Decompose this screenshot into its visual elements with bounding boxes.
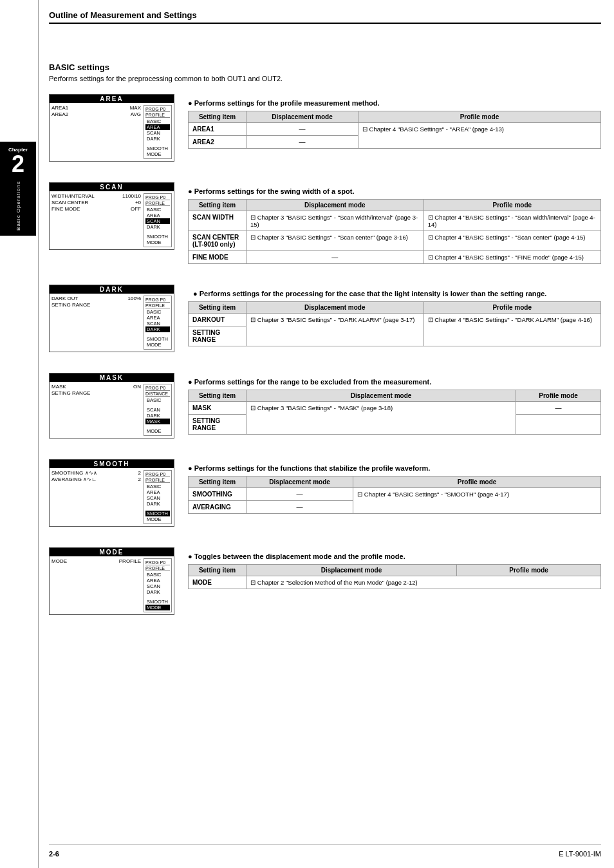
- row-displacement: —: [247, 136, 358, 149]
- mask-panel-title: MASK: [50, 373, 174, 382]
- row-profile: ⊡ Chapter 4 "BASIC Settings" - "Scan wid…: [423, 211, 600, 231]
- row-item: DARKOUT: [189, 314, 247, 326]
- row-displacement: —: [247, 123, 358, 136]
- smooth-panel-col: SMOOTH SMOOTHING ∧∿∧2 AVERAGING ∧∿∟2 PRO…: [49, 459, 178, 537]
- area-panel-title: AREA: [50, 95, 174, 103]
- col-setting: Setting item: [189, 390, 247, 402]
- dark-table-header: Performs settings for the processing for…: [188, 290, 601, 297]
- scan-table-header: Performs settings for the swing width of…: [188, 187, 601, 195]
- col-displacement: Displacement mode: [247, 200, 424, 211]
- doc-number: E LT-9001-IM: [559, 850, 601, 858]
- main-content: Outline of Measurement and Settings BASI…: [39, 0, 614, 868]
- mode-panel-menu: PROG P0 PROFILE BASIC AREA SCAN DARK SMO…: [144, 558, 172, 612]
- dark-panel-title: DARK: [50, 285, 174, 294]
- mask-panel-menu: PROG P0 DISTANCE BASIC SCAN DARK MASK MO…: [144, 384, 172, 436]
- scan-panel-menu: PROG P0 PROFILE BASIC AREA SCAN DARK SMO…: [144, 193, 172, 247]
- col-displacement: Displacement mode: [247, 565, 457, 576]
- row-item: SETTING RANGE: [189, 415, 247, 435]
- table-row: AREA1 — ⊡ Chapter 4 "BASIC Settings" - "…: [189, 123, 601, 136]
- scan-section: SCAN WIDTH/INTERVAL1100/10 SCAN CENTER+0…: [49, 182, 601, 274]
- row-profile: ⊡ Chapter 4 "BASIC Settings" - "SMOOTH" …: [353, 488, 601, 514]
- row-displacement: ⊡ Chapter 3 "BASIC Settings" - "DARK ALA…: [247, 314, 424, 346]
- area-section: AREA AREA1MAX AREA2AVG PROG P0 PROFILE B…: [49, 94, 601, 172]
- scan-panel-title: SCAN: [50, 183, 174, 191]
- col-profile: Profile mode: [358, 111, 600, 123]
- mask-panel: MASK MASKON SETING RANGE PROG P0 DISTANC…: [49, 373, 174, 439]
- row-item: FINE MODE: [189, 251, 247, 264]
- row-displacement: —: [247, 501, 353, 514]
- col-displacement: Displacement mode: [247, 302, 424, 314]
- scan-table: Setting item Displacement mode Profile m…: [188, 199, 601, 264]
- mode-table-col: Toggles between the displacement mode an…: [188, 547, 601, 599]
- page-number: 2-6: [49, 850, 59, 858]
- row-item: SCAN CENTER (LT-9010 only): [189, 231, 247, 251]
- page-footer: 2-6 E LT-9001-IM: [49, 844, 601, 858]
- row-displacement: ⊡ Chapter 3 "BASIC Settings" - "Scan cen…: [247, 231, 424, 251]
- area-panel-left: AREA1MAX AREA2AVG: [51, 105, 141, 159]
- row-profile: ⊡ Chapter 4 "BASIC Settings" - "Scan cen…: [423, 231, 600, 251]
- row-profile: ⊡ Chapter 4 "BASIC Settings" - "DARK ALA…: [423, 314, 601, 346]
- col-setting: Setting item: [189, 111, 247, 123]
- dark-table-col: Performs settings for the processing for…: [188, 285, 601, 357]
- smooth-table-col: Performs settings for the functions that…: [188, 459, 601, 524]
- scan-panel: SCAN WIDTH/INTERVAL1100/10 SCAN CENTER+0…: [49, 182, 174, 250]
- row-profile: —: [516, 402, 601, 415]
- table-row: SMOOTHING — ⊡ Chapter 4 "BASIC Settings"…: [189, 488, 601, 501]
- row-displacement: —: [247, 488, 353, 501]
- col-displacement: Displacement mode: [247, 476, 353, 488]
- col-displacement: Displacement mode: [247, 390, 516, 402]
- smooth-panel-title: SMOOTH: [50, 460, 174, 468]
- col-setting: Setting item: [189, 200, 247, 211]
- table-row: SCAN WIDTH ⊡ Chapter 3 "BASIC Settings" …: [189, 211, 601, 231]
- mode-panel: MODE MODEPROFILE PROG P0 PROFILE BASIC A…: [49, 547, 174, 615]
- table-row: FINE MODE — ⊡ Chapter 4 "BASIC Settings"…: [189, 251, 601, 264]
- row-item: SMOOTHING: [189, 488, 247, 501]
- col-setting: Setting item: [189, 476, 247, 488]
- area-table-header: Performs settings for the profile measur…: [188, 99, 601, 107]
- row-item: SCAN WIDTH: [189, 211, 247, 231]
- row-profile: [516, 415, 601, 435]
- smooth-panel-left: SMOOTHING ∧∿∧2 AVERAGING ∧∿∟2: [51, 470, 141, 524]
- row-item: SETTING RANGE: [189, 326, 247, 346]
- mode-section: MODE MODEPROFILE PROG P0 PROFILE BASIC A…: [49, 547, 601, 625]
- row-displacement: ⊡ Chapter 3 "BASIC Settings" - "Scan wid…: [247, 211, 424, 231]
- col-profile: Profile mode: [353, 476, 601, 488]
- table-row: DARKOUT ⊡ Chapter 3 "BASIC Settings" - "…: [189, 314, 601, 326]
- smooth-table-header: Performs settings for the functions that…: [188, 464, 601, 472]
- mask-section: MASK MASKON SETING RANGE PROG P0 DISTANC…: [49, 373, 601, 449]
- chapter-text: Basic Operations: [15, 181, 21, 231]
- dark-section: DARK DARK OUT100% SETING RANGE PROG P0 P…: [49, 285, 601, 363]
- row-item: AREA1: [189, 123, 247, 136]
- dark-table: Setting item Displacement mode Profile m…: [188, 301, 601, 346]
- mode-table-header: Toggles between the displacement mode an…: [188, 552, 601, 560]
- col-setting: Setting item: [189, 565, 247, 576]
- mask-table: Setting item Displacement mode Profile m…: [188, 390, 601, 435]
- row-item: AVERAGING: [189, 501, 247, 514]
- table-row: MASK ⊡ Chapter 3 "BASIC Settings" - "MAS…: [189, 402, 601, 415]
- col-profile: Profile mode: [423, 302, 601, 314]
- col-profile: Profile mode: [516, 390, 601, 402]
- chapter-tab: Chapter 2 Basic Operations: [0, 142, 36, 236]
- smooth-panel: SMOOTH SMOOTHING ∧∿∧2 AVERAGING ∧∿∟2 PRO…: [49, 459, 174, 527]
- mask-panel-left: MASKON SETING RANGE: [51, 384, 141, 436]
- page-title: Outline of Measurement and Settings: [49, 10, 197, 20]
- row-displacement: —: [247, 251, 424, 264]
- mode-panel-title: MODE: [50, 548, 174, 556]
- dark-panel-left: DARK OUT100% SETING RANGE: [51, 296, 141, 350]
- area-panel: AREA AREA1MAX AREA2AVG PROG P0 PROFILE B…: [49, 94, 174, 162]
- smooth-panel-menu: PROG P0 PROFILE BASIC AREA SCAN DARK SMO…: [144, 470, 172, 524]
- area-table: Setting item Displacement mode Profile m…: [188, 111, 601, 149]
- table-row: MODE ⊡ Chapter 2 "Selection Method of th…: [189, 576, 601, 589]
- mode-panel-col: MODE MODEPROFILE PROG P0 PROFILE BASIC A…: [49, 547, 178, 625]
- mask-table-header: Performs settings for the range to be ex…: [188, 378, 601, 386]
- scan-panel-col: SCAN WIDTH/INTERVAL1100/10 SCAN CENTER+0…: [49, 182, 178, 260]
- table-row: SCAN CENTER (LT-9010 only) ⊡ Chapter 3 "…: [189, 231, 601, 251]
- area-panel-menu: PROG P0 PROFILE BASIC AREA SCAN DARK SMO…: [144, 105, 172, 159]
- dark-panel-menu: PROG P0 PROFILE BASIC AREA SCAN DARK SMO…: [144, 296, 172, 350]
- mask-table-col: Performs settings for the range to be ex…: [188, 373, 601, 445]
- col-profile: Profile mode: [423, 200, 600, 211]
- scan-panel-left: WIDTH/INTERVAL1100/10 SCAN CENTER+0 FINE…: [51, 193, 141, 247]
- smooth-section: SMOOTH SMOOTHING ∧∿∧2 AVERAGING ∧∿∟2 PRO…: [49, 459, 601, 537]
- row-displacement: ⊡ Chapter 2 "Selection Method of the Run…: [247, 576, 601, 589]
- scan-table-col: Performs settings for the swing width of…: [188, 182, 601, 274]
